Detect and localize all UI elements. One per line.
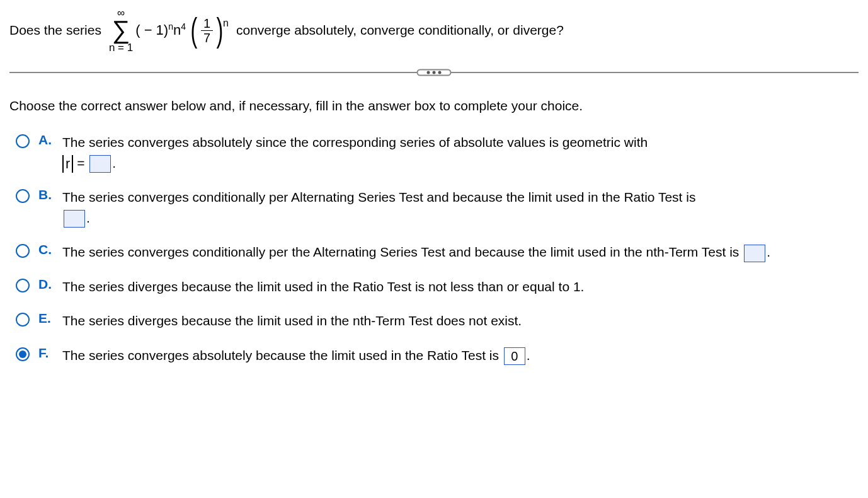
- sigma-lower: n = 1: [109, 42, 133, 53]
- choice-B: B. The series converges conditionally pe…: [9, 187, 859, 228]
- text-A: The series converges absolutely since th…: [62, 132, 859, 173]
- series-expression: ∞ ∑ n = 1 ( − 1)nn4 ( 1 7 ) n: [109, 8, 229, 53]
- dot-icon: [433, 71, 436, 74]
- choice-A: A. The series converges absolutely since…: [9, 132, 859, 173]
- choice-D: D. The series diverges because the limit…: [9, 277, 859, 298]
- label-B: B.: [38, 187, 54, 202]
- section-divider: [9, 72, 859, 73]
- answer-box-B[interactable]: [64, 210, 85, 228]
- choice-E: E. The series diverges because the limit…: [9, 311, 859, 332]
- text-B: The series converges conditionally per A…: [62, 187, 859, 228]
- sigma-symbol: ∑: [112, 18, 130, 41]
- dot-icon: [427, 71, 430, 74]
- text-D: The series diverges because the limit us…: [62, 277, 859, 298]
- answer-box-C[interactable]: [744, 245, 765, 262]
- label-E: E.: [38, 311, 54, 326]
- label-D: D.: [38, 277, 54, 292]
- answer-box-F[interactable]: 0: [504, 347, 525, 365]
- choices-list: A. The series converges absolutely since…: [9, 132, 859, 366]
- radio-E[interactable]: [16, 313, 30, 327]
- outer-exponent: n: [223, 18, 229, 29]
- radio-C[interactable]: [16, 244, 30, 258]
- question-prefix: Does the series: [9, 23, 101, 38]
- choice-F: F. The series converges absolutely becau…: [9, 345, 859, 366]
- question-stem: Does the series ∞ ∑ n = 1 ( − 1)nn4 ( 1 …: [9, 8, 859, 53]
- sigma-block: ∞ ∑ n = 1: [109, 8, 133, 53]
- instructions-text: Choose the correct answer below and, if …: [9, 98, 859, 113]
- dot-icon: [438, 71, 442, 74]
- question-suffix: converge absolutely, converge conditiona…: [236, 23, 564, 38]
- term-neg1: ( − 1)nn4: [135, 21, 186, 38]
- abs-r: r: [62, 155, 73, 173]
- answer-box-A[interactable]: [89, 155, 111, 173]
- radio-F[interactable]: [16, 347, 30, 361]
- label-C: C.: [38, 242, 54, 257]
- text-F: The series converges absolutely because …: [62, 345, 859, 366]
- expand-button[interactable]: [417, 69, 452, 76]
- radio-B[interactable]: [16, 189, 30, 203]
- radio-A[interactable]: [16, 134, 30, 148]
- radio-D[interactable]: [16, 279, 30, 292]
- label-A: A.: [38, 132, 54, 148]
- fraction: 1 7: [201, 16, 213, 45]
- text-C: The series converges conditionally per t…: [62, 242, 859, 263]
- fraction-term: ( 1 7 ) n: [188, 16, 229, 45]
- label-F: F.: [38, 345, 54, 361]
- text-E: The series diverges because the limit us…: [62, 311, 859, 332]
- choice-C: C. The series converges conditionally pe…: [9, 242, 859, 263]
